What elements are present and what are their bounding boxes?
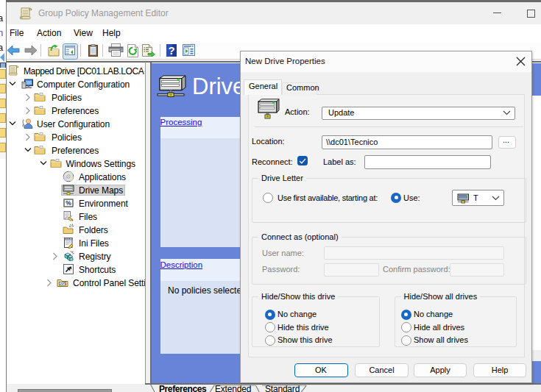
svg-text:?: ? [168,44,174,57]
svg-text:Extended: Extended [215,384,251,392]
svg-text:%: % [66,199,71,207]
svg-text:Standard: Standard [265,384,300,392]
svg-text:Preferences: Preferences [159,384,207,392]
